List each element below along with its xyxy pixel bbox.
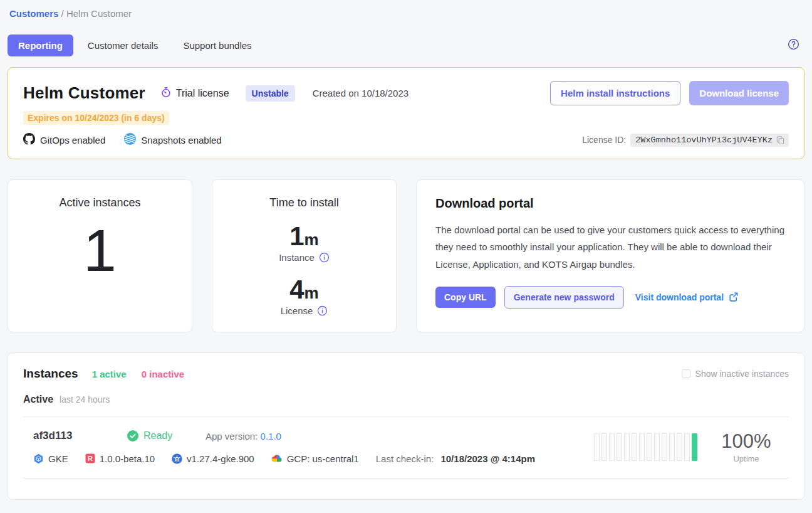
app-version-label: App version:	[206, 431, 258, 442]
feature-gitops-label: GitOps enabled	[40, 135, 105, 145]
feature-gitops: GitOps enabled	[23, 133, 105, 147]
uptime-percentage: 100%	[706, 430, 786, 453]
replicated-icon: R	[85, 453, 95, 463]
uptime-bar	[669, 433, 675, 461]
license-time-value: 4	[289, 275, 304, 304]
license-time-unit: m	[304, 283, 319, 302]
uptime-bar-active	[692, 433, 697, 461]
license-id-row: License ID: 2WxGmnho11ovUhYPi3cjUV4EYKz	[582, 134, 789, 147]
download-portal-title: Download portal	[435, 196, 785, 211]
show-inactive-toggle[interactable]: Show inactive instances	[682, 369, 789, 379]
license-id-value: 2WxGmnho11ovUhYPi3cjUV4EYKz	[635, 135, 773, 145]
license-id-label: License ID:	[582, 135, 626, 145]
license-id-pill: 2WxGmnho11ovUhYPi3cjUV4EYKz	[630, 134, 789, 147]
timer-icon	[160, 87, 176, 100]
instance-time-value: 1	[289, 221, 304, 251]
uptime-bar	[647, 433, 652, 461]
breadcrumb-current: Helm Customer	[66, 8, 132, 19]
instance-id: af3d113	[33, 430, 127, 442]
download-portal-card: Download portal The download portal can …	[416, 179, 804, 332]
cloud-region-meta: GCP: us-central1	[271, 453, 359, 464]
instance-time-label: Instance	[279, 252, 315, 263]
feature-snapshots-label: Snapshots enabled	[141, 135, 221, 145]
uptime-bar	[594, 433, 600, 461]
license-expiry-warning: Expires on 10/24/2023 (in 6 days)	[23, 111, 169, 125]
feature-snapshots: Snapshots enabled	[124, 133, 221, 147]
active-count: 1 active	[92, 369, 127, 379]
github-icon	[23, 133, 40, 147]
instance-time-unit: m	[304, 230, 319, 249]
license-time-label: License	[281, 305, 313, 316]
kots-version-meta: R 1.0.0-beta.10	[85, 453, 155, 464]
generate-password-button[interactable]: Generate new password	[504, 286, 624, 309]
ready-check-icon	[127, 430, 138, 442]
last-checkin-label: Last check-in:	[376, 453, 434, 464]
info-icon[interactable]	[319, 252, 330, 263]
uptime-bar	[677, 433, 682, 461]
uptime-bar	[684, 433, 690, 461]
info-icon[interactable]	[317, 305, 328, 316]
instance-status-label: Ready	[143, 430, 172, 442]
tab-reporting[interactable]: Reporting	[8, 34, 73, 56]
uptime-bar	[609, 433, 615, 461]
breadcrumb-customers-link[interactable]: Customers	[9, 8, 58, 19]
kots-version-label: 1.0.0-beta.10	[100, 453, 155, 464]
uptime-bar	[662, 433, 667, 461]
external-link-icon	[728, 292, 739, 302]
active-section-label: Active	[23, 394, 53, 405]
uptime-bar	[639, 433, 645, 461]
distribution-label: GKE	[48, 453, 68, 464]
customer-name: Helm Customer	[23, 83, 145, 103]
show-inactive-checkbox[interactable]	[682, 369, 690, 378]
uptime-bar	[601, 433, 607, 461]
tab-customer-details[interactable]: Customer details	[77, 34, 169, 56]
show-inactive-label: Show inactive instances	[695, 369, 789, 379]
active-section-range: last 24 hours	[60, 394, 110, 405]
visit-download-portal-label: Visit download portal	[635, 292, 724, 302]
channel-badge: Unstable	[246, 85, 295, 102]
copy-icon[interactable]	[776, 135, 785, 145]
uptime-label: Uptime	[706, 454, 786, 463]
active-instances-count: 1	[8, 221, 192, 280]
time-to-install-card: Time to install 1m Instance 4m	[212, 179, 397, 332]
instance-row[interactable]: af3d113 Ready App version: 0.1.0	[23, 416, 789, 479]
uptime-bars	[594, 433, 697, 461]
copy-url-button[interactable]: Copy URL	[435, 287, 496, 308]
created-date: Created on 10/18/2023	[313, 88, 409, 98]
customer-reporting-page: Customers / Helm Customer Reporting Cust…	[0, 0, 812, 513]
uptime-bar	[624, 433, 630, 461]
instances-title: Instances	[23, 367, 78, 381]
license-type-label: Trial license	[176, 88, 229, 99]
time-to-install-instance: 1m Instance	[212, 223, 396, 263]
app-version-link[interactable]: 0.1.0	[261, 431, 281, 442]
gcp-icon	[271, 453, 283, 464]
gke-icon	[33, 453, 44, 464]
uptime-bar	[654, 433, 660, 461]
kubernetes-icon	[172, 453, 182, 464]
distribution-meta: GKE	[33, 453, 68, 464]
download-portal-description: The download portal can be used to give …	[435, 221, 785, 273]
tab-bar: Reporting Customer details Support bundl…	[8, 34, 804, 56]
tab-support-bundles[interactable]: Support bundles	[172, 34, 262, 56]
help-button[interactable]	[788, 38, 799, 53]
breadcrumb: Customers / Helm Customer	[8, 8, 804, 19]
helm-install-instructions-button[interactable]: Helm install instructions	[550, 81, 680, 105]
breadcrumb-separator: /	[61, 8, 64, 19]
uptime-bar	[632, 433, 637, 461]
snapshots-icon	[124, 133, 141, 147]
uptime-bar	[617, 433, 622, 461]
k8s-version-meta: v1.27.4-gke.900	[172, 453, 254, 464]
last-checkin-value: 10/18/2023 @ 4:14pm	[440, 453, 535, 464]
license-type: Trial license	[160, 87, 229, 100]
inactive-count: 0 inactive	[142, 369, 184, 379]
instances-card: Instances 1 active 0 inactive Show inact…	[8, 352, 804, 500]
help-icon	[788, 38, 799, 53]
time-to-install-title: Time to install	[212, 196, 396, 209]
visit-download-portal-link[interactable]: Visit download portal	[635, 292, 739, 302]
uptime-stat: 100% Uptime	[706, 430, 786, 463]
instance-status: Ready	[127, 430, 206, 442]
customer-summary-card: Helm Customer Trial license Unstable Cre…	[8, 67, 804, 159]
download-license-button[interactable]: Download license	[689, 81, 789, 105]
cloud-region-label: GCP: us-central1	[287, 453, 359, 464]
active-instances-card: Active instances 1	[8, 179, 192, 332]
